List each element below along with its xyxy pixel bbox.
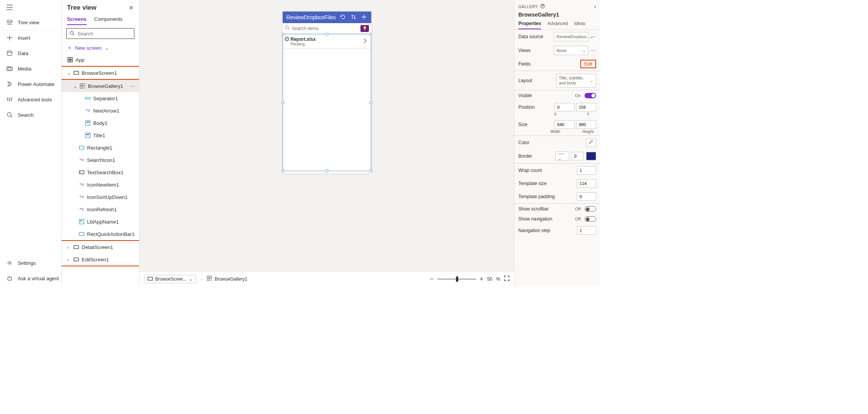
ideas-icon[interactable]: 💡: [360, 25, 369, 32]
tab-advanced[interactable]: Advanced: [547, 21, 568, 29]
chevron-right-icon[interactable]: [363, 38, 367, 45]
nav-step-input[interactable]: [577, 226, 596, 235]
more-icon[interactable]: ⋯: [591, 34, 596, 39]
tab-components[interactable]: Components: [94, 16, 123, 25]
tree-item-detailscreen[interactable]: › DetailScreen1: [62, 241, 139, 253]
border-width-input[interactable]: [571, 152, 584, 160]
tree-item-browsegallery[interactable]: ⌄ BrowseGallery1 ⋯: [62, 80, 139, 92]
app-header: ReviewDropboxFiles: [283, 12, 371, 23]
border-color-picker[interactable]: [586, 152, 596, 160]
template-size-input[interactable]: [577, 179, 596, 188]
tree-item-iconrefresh1[interactable]: IconRefresh1: [62, 203, 139, 215]
tree-search-input[interactable]: [66, 28, 134, 39]
control-icon: [85, 132, 91, 138]
zoom-in-button[interactable]: +: [480, 276, 483, 283]
views-select[interactable]: None⌄: [554, 46, 588, 55]
refresh-icon[interactable]: [340, 14, 346, 21]
border-style-select[interactable]: ── ⌄: [555, 151, 569, 161]
fit-screen-icon[interactable]: [504, 276, 509, 282]
selection-breadcrumb[interactable]: BrowseGallery1: [207, 276, 247, 282]
control-icon: [79, 182, 85, 188]
tree-item-separator1[interactable]: Separator1: [62, 92, 139, 104]
screen-icon: [73, 256, 79, 263]
add-icon[interactable]: [360, 14, 367, 21]
control-icon: [85, 108, 91, 114]
more-icon[interactable]: ⋯: [130, 83, 135, 89]
nav-label: Settings: [18, 260, 36, 266]
tree-item-iconnewitem1[interactable]: IconNewItem1: [62, 178, 139, 191]
tree-item-lblappname1[interactable]: LblAppName1: [62, 215, 139, 228]
edit-fields-button[interactable]: Edit: [580, 60, 596, 68]
more-icon[interactable]: ⋯: [591, 48, 596, 53]
navigation-toggle[interactable]: [585, 216, 596, 222]
gear-icon: [6, 259, 13, 266]
wrap-count-input[interactable]: [577, 166, 596, 175]
new-screen-button[interactable]: ＋ New screen ⌄: [62, 42, 139, 54]
gallery-selection[interactable]: Report.xlsx Pending: [283, 34, 371, 171]
prop-label: Wrap count: [518, 168, 575, 173]
nav-search[interactable]: Search: [0, 107, 61, 123]
canvas-stage[interactable]: ReviewDropboxFiles 💡: [139, 0, 514, 271]
screen-selector[interactable]: BrowseScree... ⌄: [144, 275, 196, 283]
nav-settings[interactable]: Settings: [0, 255, 61, 271]
tree-item-searchicon1[interactable]: SearchIcon1: [62, 154, 139, 166]
svg-rect-14: [80, 86, 82, 88]
media-icon: [6, 65, 13, 72]
tab-screens[interactable]: Screens: [67, 16, 87, 25]
tree-item-title1[interactable]: Title1: [62, 129, 139, 141]
help-icon[interactable]: [540, 4, 545, 9]
expand-icon[interactable]: ›: [594, 3, 596, 10]
nav-insert[interactable]: Insert: [0, 30, 61, 45]
tree-item-nextarrow1[interactable]: NextArrow1: [62, 104, 139, 117]
color-picker[interactable]: [586, 138, 596, 147]
hamburger-button[interactable]: [0, 0, 61, 15]
tree-list: App ⌄ BrowseScreen1 ⌄ BrowseGallery1 ⋯ S…: [62, 54, 139, 286]
zoom-out-button[interactable]: −: [430, 276, 433, 283]
width-input[interactable]: [555, 120, 575, 129]
nav-media[interactable]: Media: [0, 61, 61, 76]
nav-virtual-agent[interactable]: Ask a virtual agent: [0, 271, 61, 286]
gallery-item[interactable]: Report.xlsx Pending: [283, 34, 371, 49]
tree-item-rectangle1[interactable]: Rectangle1: [62, 141, 139, 154]
gallery-icon: [79, 83, 85, 89]
tree-item-app[interactable]: App: [62, 54, 139, 66]
zoom-slider[interactable]: [437, 279, 476, 279]
canvas-area: ReviewDropboxFiles 💡: [139, 0, 514, 286]
nav-data[interactable]: Data: [0, 45, 61, 61]
svg-rect-24: [74, 258, 79, 261]
svg-rect-12: [80, 84, 82, 86]
layout-select[interactable]: Title, subtitle, and body⌄: [556, 74, 596, 88]
position-x-input[interactable]: [555, 103, 575, 111]
data-source-select[interactable]: ReviewDropbox...⌄: [554, 32, 588, 41]
svg-rect-15: [83, 86, 85, 88]
nav-label: Ask a virtual agent: [18, 276, 59, 281]
nav-advanced-tools[interactable]: Advanced tools: [0, 92, 61, 107]
panel-category: GALLERY: [518, 4, 538, 9]
tree-item-textsearchbox1[interactable]: TextSearchBox1: [62, 166, 139, 178]
close-icon[interactable]: ✕: [129, 4, 134, 12]
tree-item-body1[interactable]: Body1: [62, 117, 139, 129]
tab-ideas[interactable]: Ideas: [574, 21, 585, 29]
tree-label: BrowseGallery1: [88, 83, 123, 89]
svg-point-4: [9, 262, 10, 264]
tree-item-editscreen[interactable]: › EditScreen1: [62, 253, 139, 266]
edit-pencil-icon[interactable]: [285, 37, 289, 42]
nav-tree-view[interactable]: Tree view: [0, 15, 61, 30]
tree-item-rectquickactionbar1[interactable]: RectQuickActionBar1: [62, 228, 139, 240]
tree-item-browsescreen[interactable]: ⌄ BrowseScreen1: [62, 67, 139, 79]
selected-control-name: BrowseGallery1: [514, 12, 600, 21]
screen-icon: [73, 244, 79, 250]
template-padding-input[interactable]: [577, 192, 596, 201]
tab-properties[interactable]: Properties: [518, 21, 541, 29]
app-search-input[interactable]: [292, 26, 358, 31]
tools-icon: [6, 96, 13, 103]
scrollbar-toggle[interactable]: [585, 206, 596, 212]
svg-rect-7: [68, 57, 70, 59]
tree-item-iconsortupdown1[interactable]: IconSortUpDown1: [62, 191, 139, 203]
visible-toggle[interactable]: [585, 93, 596, 98]
height-input[interactable]: [576, 120, 596, 129]
sort-icon[interactable]: [350, 14, 357, 21]
tree-label: Body1: [93, 120, 107, 126]
nav-power-automate[interactable]: Power Automate: [0, 76, 61, 92]
position-y-input[interactable]: [576, 103, 596, 111]
